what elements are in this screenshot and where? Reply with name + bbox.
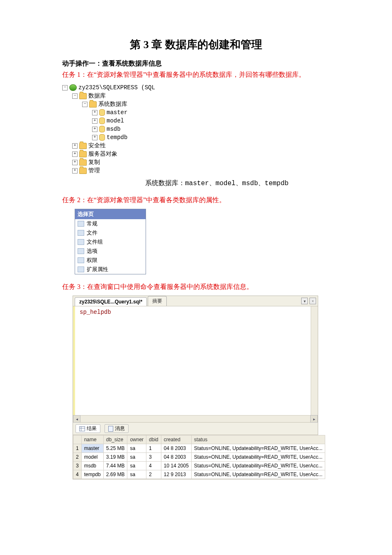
tree-folder-node[interactable]: + 管理 — [62, 166, 392, 175]
cell-dbsize: 5.25 MB — [103, 444, 127, 453]
results-tab[interactable]: 结果 — [75, 424, 100, 433]
expand-icon[interactable]: + — [92, 110, 97, 115]
cell-dbid: 1 — [146, 444, 161, 453]
folder-label: 管理 — [88, 166, 100, 175]
db-label: msdb — [107, 125, 121, 133]
folder-icon — [79, 168, 87, 174]
property-page-item[interactable]: 文件 — [75, 228, 146, 237]
server-label: zy2325\SQLEXPRESS (SQL — [78, 83, 155, 92]
table-row[interactable]: 4 tempdb 2.69 MB sa 2 12 9 2013 Status=O… — [73, 470, 325, 479]
cell-created: 04 8 2003 — [161, 453, 191, 462]
editor-tab-strip: zy2325\SQLE...Query1.sql* 摘要 ▾ × — [73, 296, 318, 306]
property-page-item[interactable]: 扩展属性 — [75, 265, 146, 274]
row-number: 4 — [73, 470, 82, 479]
folder-icon — [89, 101, 97, 108]
col-status[interactable]: status — [191, 435, 325, 444]
tree-folder-node[interactable]: + 复制 — [62, 158, 392, 166]
results-tab-strip: 结果 消息 — [73, 422, 318, 435]
database-icon — [99, 109, 105, 116]
cell-name[interactable]: msdb — [81, 462, 103, 470]
cell-dbsize: 3.19 MB — [103, 453, 127, 462]
table-row[interactable]: 3 msdb 7.44 MB sa 4 10 14 2005 Status=ON… — [73, 462, 325, 470]
scroll-left-icon[interactable]: ◂ — [73, 415, 80, 423]
tab-dropdown-icon[interactable]: ▾ — [301, 298, 308, 304]
expand-icon[interactable]: + — [72, 168, 78, 174]
tree-sysdbs-node[interactable]: − 系统数据库 — [62, 100, 392, 108]
page-icon — [78, 230, 84, 236]
property-page-item[interactable]: 选项 — [75, 247, 146, 256]
tree-caption: 系统数据库：master、model、msdb、tempdb — [145, 179, 392, 188]
col-dbsize[interactable]: db_size — [103, 435, 127, 444]
tree-db-node[interactable]: + tempdb — [62, 133, 392, 142]
expand-icon[interactable]: + — [92, 135, 97, 140]
expand-icon[interactable]: + — [92, 118, 97, 124]
property-item-label: 权限 — [87, 257, 97, 264]
scroll-right-icon[interactable]: ▸ — [310, 415, 318, 423]
property-page-item[interactable]: 权限 — [75, 256, 146, 265]
folder-icon — [79, 159, 87, 166]
cell-owner: sa — [127, 462, 146, 470]
task-1: 任务 1：在“资源对象管理器”中查看服务器中的系统数据库，并回答有哪些数据库。 — [62, 71, 392, 79]
row-number: 2 — [73, 453, 82, 462]
folder-icon — [79, 143, 87, 149]
tree-db-node[interactable]: + msdb — [62, 125, 392, 133]
page-icon — [78, 257, 84, 263]
table-row[interactable]: 1 master 5.25 MB sa 1 04 8 2003 Status=O… — [73, 444, 325, 453]
expand-icon[interactable]: + — [72, 143, 78, 149]
sysdbs-label: 系统数据库 — [98, 100, 127, 108]
col-created[interactable]: created — [161, 435, 191, 444]
collapse-icon[interactable]: − — [82, 102, 88, 107]
database-icon — [99, 126, 105, 132]
cell-name[interactable]: model — [81, 453, 103, 462]
database-icon — [99, 117, 105, 124]
cell-status: Status=ONLINE, Updateability=READ_WRITE,… — [191, 453, 325, 462]
table-row[interactable]: 2 model 3.19 MB sa 3 04 8 2003 Status=ON… — [73, 453, 325, 462]
property-page-item[interactable]: 常规 — [75, 219, 146, 228]
task-3: 任务 3：在查询窗口中使用命令查看服务器中的系统数据库信息。 — [62, 283, 392, 291]
cell-status: Status=ONLINE, Updateability=READ_WRITE,… — [191, 444, 325, 453]
collapse-icon[interactable]: − — [72, 93, 78, 99]
cell-name[interactable]: tempdb — [81, 470, 103, 479]
expand-icon[interactable]: + — [92, 127, 97, 132]
cell-status: Status=ONLINE, Updateability=READ_WRITE,… — [191, 462, 325, 470]
property-item-label: 扩展属性 — [87, 266, 108, 273]
expand-icon[interactable]: + — [72, 160, 78, 165]
editor-tab-active[interactable]: zy2325\SQLE...Query1.sql* — [75, 297, 147, 306]
col-name[interactable]: name — [81, 435, 103, 444]
grid-corner — [73, 435, 82, 444]
page-icon — [78, 266, 84, 272]
tab-close-icon[interactable]: × — [309, 298, 316, 304]
page-icon — [78, 239, 84, 245]
db-label: master — [107, 108, 127, 117]
row-number: 1 — [73, 444, 82, 453]
property-item-label: 文件组 — [87, 238, 103, 246]
tree-db-node[interactable]: + master — [62, 108, 392, 117]
property-page-item[interactable]: 文件组 — [75, 237, 146, 247]
collapse-icon[interactable]: − — [62, 85, 68, 90]
cell-owner: sa — [127, 470, 146, 479]
col-dbid[interactable]: dbid — [146, 435, 161, 444]
tree-db-node[interactable]: + model — [62, 117, 392, 125]
tree-folder-node[interactable]: + 服务器对象 — [62, 150, 392, 158]
tree-folder-node[interactable]: + 安全性 — [62, 142, 392, 150]
vertical-scrollbar[interactable] — [311, 306, 318, 415]
messages-tab[interactable]: 消息 — [105, 424, 129, 433]
messages-tab-label: 消息 — [115, 425, 125, 432]
cell-name[interactable]: master — [81, 444, 103, 453]
results-tab-label: 结果 — [87, 425, 97, 432]
cell-dbid: 3 — [146, 453, 161, 462]
expand-icon[interactable]: + — [72, 152, 78, 157]
tree-databases-node[interactable]: − 数据库 — [62, 92, 392, 100]
page-icon — [78, 221, 84, 227]
section-heading: 动手操作一：查看系统数据库信息 — [62, 59, 392, 68]
editor-tab-summary[interactable]: 摘要 — [148, 296, 167, 306]
database-icon — [99, 134, 105, 141]
grid-icon — [79, 426, 85, 431]
sql-editor[interactable]: sp_helpdb — [73, 306, 318, 415]
tree-server-node[interactable]: − zy2325\SQLEXPRESS (SQL — [62, 83, 392, 92]
col-owner[interactable]: owner — [127, 435, 146, 444]
db-label: tempdb — [107, 133, 127, 142]
horizontal-scrollbar[interactable]: ◂ ▸ — [73, 415, 318, 422]
folder-label: 复制 — [88, 158, 100, 166]
cell-owner: sa — [127, 444, 146, 453]
